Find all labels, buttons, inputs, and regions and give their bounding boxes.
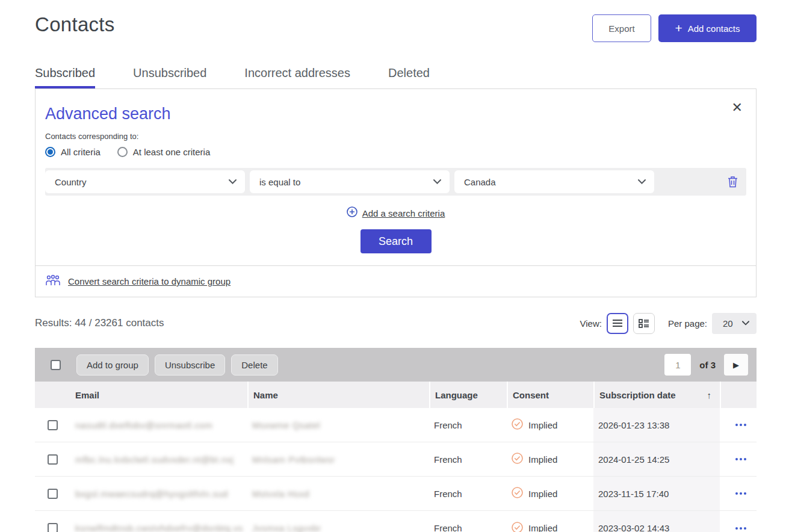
consent-check-icon bbox=[512, 453, 523, 466]
column-header-name[interactable]: Name bbox=[247, 382, 429, 408]
row-actions-menu[interactable] bbox=[720, 477, 757, 510]
email-redacted: ksnwlfmdtnsb.cwstvhdxefrv@dsnbtq.vs bbox=[75, 523, 243, 532]
criteria-field-value: Country bbox=[55, 177, 87, 187]
email-redacted: mfbc.lnu.kxbclwtl.sudvxder.nt@bt.nxj bbox=[75, 454, 234, 465]
criteria-field-select[interactable]: Country bbox=[45, 170, 245, 193]
radio-selected-icon bbox=[45, 147, 55, 157]
row-actions-menu[interactable] bbox=[720, 408, 757, 442]
subscription-date-cell: 2023-11-15 17:40 bbox=[593, 477, 720, 510]
sort-ascending-icon[interactable]: ↑ bbox=[707, 390, 712, 400]
row-actions-menu[interactable] bbox=[720, 442, 757, 476]
name-redacted: Jvsmxa Lsgvxbr bbox=[252, 523, 321, 532]
convert-to-dynamic-group-link[interactable]: Convert search criteria to dynamic group bbox=[68, 276, 231, 286]
search-button[interactable]: Search bbox=[361, 229, 432, 253]
tab-subscribed[interactable]: Subscribed bbox=[35, 66, 95, 88]
header-actions: Export + Add contacts bbox=[592, 13, 757, 42]
consent-check-icon bbox=[512, 487, 523, 500]
criteria-value-value: Canada bbox=[464, 177, 496, 187]
language-cell: French bbox=[429, 511, 507, 532]
row-checkbox[interactable] bbox=[48, 489, 58, 499]
subscription-date-cell: 2024-01-25 14:25 bbox=[593, 442, 720, 476]
list-view-button[interactable] bbox=[607, 313, 628, 334]
subscription-date-cell: 2023-03-02 14:43 bbox=[593, 511, 720, 532]
language-cell: French bbox=[429, 408, 507, 442]
criteria-value-select[interactable]: Canada bbox=[454, 170, 654, 193]
view-controls: View: Per page: 20 bbox=[580, 313, 757, 334]
tab-unsubscribed[interactable]: Unsubscribed bbox=[133, 66, 206, 88]
radio-any-label: At least one criteria bbox=[133, 147, 210, 157]
consent-cell: Implied bbox=[507, 477, 593, 510]
radio-at-least-one[interactable]: At least one criteria bbox=[117, 147, 210, 157]
criteria-mode-radios: All criteria At least one criteria bbox=[45, 147, 746, 157]
card-view-button[interactable] bbox=[633, 313, 655, 334]
page-number-input[interactable] bbox=[664, 354, 691, 376]
corresponding-label: Contacts corresponding to: bbox=[45, 132, 746, 141]
radio-all-criteria[interactable]: All criteria bbox=[45, 147, 101, 157]
consent-cell: Implied bbox=[507, 511, 593, 532]
consent-cell: Implied bbox=[507, 408, 593, 442]
per-page-value: 20 bbox=[723, 318, 733, 329]
criteria-operator-value: is equal to bbox=[259, 177, 300, 187]
add-criteria-row: Add a search criteria bbox=[45, 206, 746, 220]
tab-deleted[interactable]: Deleted bbox=[388, 66, 430, 88]
plus-icon: + bbox=[675, 22, 682, 34]
consent-check-icon bbox=[512, 522, 523, 532]
per-page-select[interactable]: 20 bbox=[712, 313, 757, 334]
subscription-date-label: Subscription date bbox=[599, 390, 676, 400]
chevron-down-icon bbox=[229, 179, 237, 184]
card-view-icon bbox=[639, 319, 649, 328]
consent-label: Implied bbox=[528, 420, 557, 430]
row-actions-menu[interactable] bbox=[720, 511, 757, 532]
column-header-actions bbox=[720, 382, 757, 408]
people-group-icon bbox=[45, 274, 61, 289]
page-count-label: of 3 bbox=[699, 360, 716, 370]
radio-unselected-icon bbox=[117, 147, 128, 157]
column-header-subscription-date[interactable]: Subscription date ↑ bbox=[593, 382, 720, 408]
list-view-icon bbox=[612, 319, 623, 327]
close-icon[interactable]: ✕ bbox=[732, 101, 743, 114]
name-redacted: Msxwme Qsatel bbox=[252, 420, 320, 430]
chevron-down-icon bbox=[742, 321, 749, 326]
trash-icon[interactable] bbox=[728, 176, 738, 188]
column-header-email[interactable]: Email bbox=[70, 382, 247, 408]
row-checkbox[interactable] bbox=[48, 420, 58, 430]
column-header-language[interactable]: Language bbox=[429, 382, 507, 408]
tab-incorrect-addresses[interactable]: Incorrect addresses bbox=[244, 66, 350, 88]
consent-label: Implied bbox=[528, 489, 557, 499]
row-checkbox[interactable] bbox=[48, 454, 58, 465]
add-contacts-label: Add contacts bbox=[688, 23, 740, 34]
consent-label: Implied bbox=[528, 523, 557, 532]
email-redacted: bxgsl.mwaecsudrq@hyvgsltfvln.sud bbox=[75, 489, 228, 499]
next-page-button[interactable]: ▶ bbox=[724, 354, 748, 376]
criteria-operator-select[interactable]: is equal to bbox=[250, 170, 450, 193]
chevron-down-icon bbox=[433, 179, 441, 184]
header-checkbox-spacer bbox=[35, 382, 70, 408]
consent-check-icon bbox=[512, 418, 523, 431]
add-to-group-button[interactable]: Add to group bbox=[76, 354, 149, 376]
per-page-label: Per page: bbox=[668, 318, 707, 329]
unsubscribe-button[interactable]: Unsubscribe bbox=[155, 354, 225, 376]
add-contacts-button[interactable]: + Add contacts bbox=[658, 14, 757, 42]
search-criteria-row: Country is equal to Canada bbox=[45, 168, 746, 196]
advanced-search-title: Advanced search bbox=[45, 105, 746, 123]
convert-criteria-row: Convert search criteria to dynamic group bbox=[36, 265, 756, 297]
consent-cell: Implied bbox=[507, 442, 593, 476]
view-label: View: bbox=[580, 318, 602, 329]
row-checkbox[interactable] bbox=[48, 523, 58, 532]
advanced-search-panel: Advanced search ✕ Contacts corresponding… bbox=[35, 88, 757, 297]
radio-all-label: All criteria bbox=[61, 147, 101, 157]
name-redacted: Mstvxla Hsxd bbox=[252, 489, 309, 499]
export-button[interactable]: Export bbox=[592, 14, 651, 42]
results-count: Results: 44 / 23261 contacts bbox=[35, 317, 164, 329]
select-all-checkbox[interactable] bbox=[51, 360, 61, 370]
contacts-table: Add to group Unsubscribe Delete of 3 ▶ E… bbox=[35, 348, 757, 532]
name-redacted: Mnlsam Pvtbsnlwsr bbox=[252, 454, 335, 465]
email-redacted: nasudtl.dxelfobv@snrmaotl.com bbox=[75, 420, 212, 430]
column-header-consent[interactable]: Consent bbox=[507, 382, 593, 408]
add-search-criteria-link[interactable]: Add a search criteria bbox=[362, 208, 445, 218]
circled-plus-icon bbox=[347, 206, 357, 220]
subscription-date-cell: 2026-01-23 13:38 bbox=[593, 408, 720, 442]
language-cell: French bbox=[429, 442, 507, 476]
delete-button[interactable]: Delete bbox=[231, 354, 277, 376]
table-toolbar: Add to group Unsubscribe Delete of 3 ▶ bbox=[35, 348, 757, 382]
